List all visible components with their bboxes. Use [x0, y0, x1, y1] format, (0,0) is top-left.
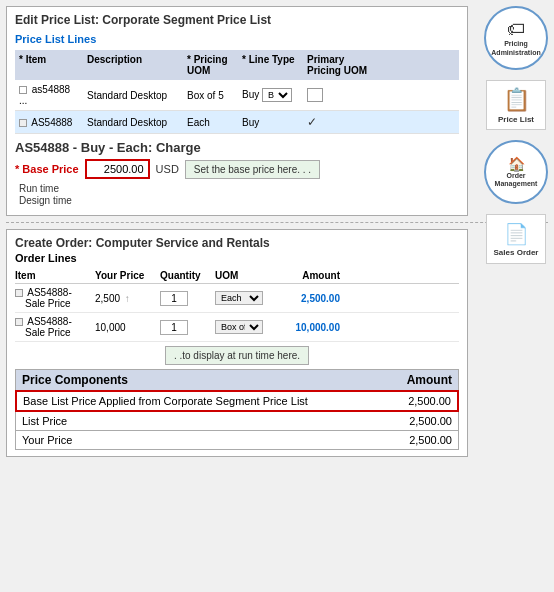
order-lines-label: Order Lines: [15, 252, 459, 264]
price-components-header: Price Components Amount: [15, 369, 459, 390]
order-row2-uom: Box of 5 Each: [215, 320, 270, 334]
pc-row-normal: List Price 2,500.00: [15, 412, 459, 431]
order-row2-qty: [160, 320, 215, 335]
price-components-title: Price Components: [22, 373, 128, 387]
order-table-row: AS54888- Sale Price 10,000 Box of 5 Each…: [15, 313, 459, 342]
table-header-row: * Item Description * Pricing UOM * Line …: [15, 50, 459, 80]
row1-linetype-select[interactable]: Buy: [262, 88, 292, 102]
oc-qty-header: Quantity: [160, 270, 215, 281]
order-title: Create Order: Computer Service and Renta…: [15, 236, 459, 250]
order-table-row: AS54888- Sale Price 2,500 ↑ Each Box of …: [15, 284, 459, 313]
base-price-callout: Set the base price here. . .: [185, 160, 320, 179]
pc-row1-label: Base List Price Applied from Corporate S…: [23, 395, 308, 407]
bottom-callout: . .to display at run time here.: [165, 346, 309, 365]
row2-icon: [19, 119, 27, 127]
order-row1-amount: 2,500.00: [270, 293, 340, 304]
row2-item: AS54888: [15, 115, 83, 130]
runtime-label: Run time: [19, 183, 459, 194]
base-price-row: * Base Price USD Set the base price here…: [15, 159, 459, 179]
designtime-label: Design time: [19, 195, 459, 206]
top-panel: Edit Price List: Corporate Segment Price…: [6, 6, 468, 216]
oc-price-header: Your Price: [95, 270, 160, 281]
col-desc-header: Description: [83, 52, 183, 78]
row1-uom: Box of 5: [183, 88, 238, 103]
oc-amount-header: Amount: [270, 270, 340, 281]
order-mgmt-icon[interactable]: 🏠 Order Management: [484, 140, 548, 204]
pc-row2-label: List Price: [22, 415, 67, 427]
oc-item-header: Item: [15, 270, 95, 281]
row1-item: as54888 ...: [15, 82, 83, 108]
order-row1-uom: Each Box of 5: [215, 291, 270, 305]
row2-primary: ✓: [303, 113, 383, 131]
order-row1-icon: [15, 289, 23, 297]
price-list-label: Price List: [498, 115, 534, 124]
currency-label: USD: [156, 163, 179, 175]
table-row: AS54888 Standard Desktop Each Buy ✓: [15, 111, 459, 134]
right-icons-container: 🏷 Pricing Administration 📋 Price List 🏠 …: [484, 6, 548, 264]
order-row1-price: 2,500 ↑: [95, 293, 160, 304]
runtime-designtime: Run time Design time: [19, 183, 459, 206]
amount-column-header: Amount: [407, 373, 452, 387]
col-primary-header: Primary Pricing UOM: [303, 52, 383, 78]
row1-desc: Standard Desktop: [83, 88, 183, 103]
order-row2-item: AS54888- Sale Price: [15, 316, 95, 338]
order-row2-amount: 10,000.00: [270, 322, 340, 333]
order-row2-price: 10,000: [95, 322, 160, 333]
order-row1-qty-input[interactable]: [160, 291, 188, 306]
bottom-panel: Create Order: Computer Service and Renta…: [6, 229, 468, 457]
table-row: as54888 ... Standard Desktop Box of 5 Bu…: [15, 80, 459, 111]
pricing-admin-symbol: 🏷: [507, 19, 525, 40]
order-row2-icon: [15, 318, 23, 326]
row2-desc: Standard Desktop: [83, 115, 183, 130]
price-list-icon-badge[interactable]: 📋 Price List: [486, 80, 546, 130]
oc-uom-header: UOM: [215, 270, 270, 281]
order-row1-item: AS54888- Sale Price: [15, 287, 95, 309]
pc-row3-amount: 2,500.00: [409, 434, 452, 446]
row2-linetype: Buy: [238, 115, 303, 130]
pricing-admin-icon[interactable]: 🏷 Pricing Administration: [484, 6, 548, 70]
order-mgmt-symbol: 🏠: [508, 156, 525, 172]
sales-order-icon-badge[interactable]: 📄 Sales Order: [486, 214, 546, 264]
page-title: Edit Price List: Corporate Segment Price…: [15, 13, 459, 27]
pc-row1-amount: 2,500.00: [408, 395, 451, 407]
row2-uom: Each: [183, 115, 238, 130]
pc-row2-amount: 2,500.00: [409, 415, 452, 427]
charge-title: AS54888 - Buy - Each: Charge: [15, 140, 459, 155]
base-price-label: * Base Price: [15, 163, 79, 175]
row2-checkmark: ✓: [307, 115, 317, 129]
price-list-lines-label: Price List Lines: [15, 33, 459, 45]
order-row2-uom-select[interactable]: Box of 5 Each: [215, 320, 263, 334]
col-uom-header: * Pricing UOM: [183, 52, 238, 78]
col-item-header: * Item: [15, 52, 83, 78]
row1-primary: [303, 86, 383, 104]
price-arrow-icon: ↑: [125, 293, 130, 304]
order-row1-uom-select[interactable]: Each Box of 5: [215, 291, 263, 305]
row1-linetype: Buy Buy: [238, 86, 303, 104]
sales-order-label: Sales Order: [494, 248, 539, 257]
order-row2-qty-input[interactable]: [160, 320, 188, 335]
row1-icon: [19, 86, 27, 94]
pricing-admin-label: Pricing Administration: [486, 40, 546, 57]
order-table-header: Item Your Price Quantity UOM Amount: [15, 268, 459, 284]
pc-row-highlight: Base List Price Applied from Corporate S…: [15, 390, 459, 412]
order-row1-qty: [160, 291, 215, 306]
col-linetype-header: * Line Type: [238, 52, 303, 78]
pc-row3-label: Your Price: [22, 434, 72, 446]
pc-row-normal: Your Price 2,500.00: [15, 431, 459, 450]
sales-order-symbol: 📄: [504, 222, 529, 246]
price-list-symbol: 📋: [503, 87, 530, 113]
order-mgmt-label: Order Management: [486, 172, 546, 189]
dashed-separator: [6, 222, 548, 223]
outer-container: 🏷 Pricing Administration 📋 Price List 🏠 …: [0, 0, 554, 592]
base-price-input[interactable]: [85, 159, 150, 179]
row1-primary-checkbox[interactable]: [307, 88, 323, 102]
